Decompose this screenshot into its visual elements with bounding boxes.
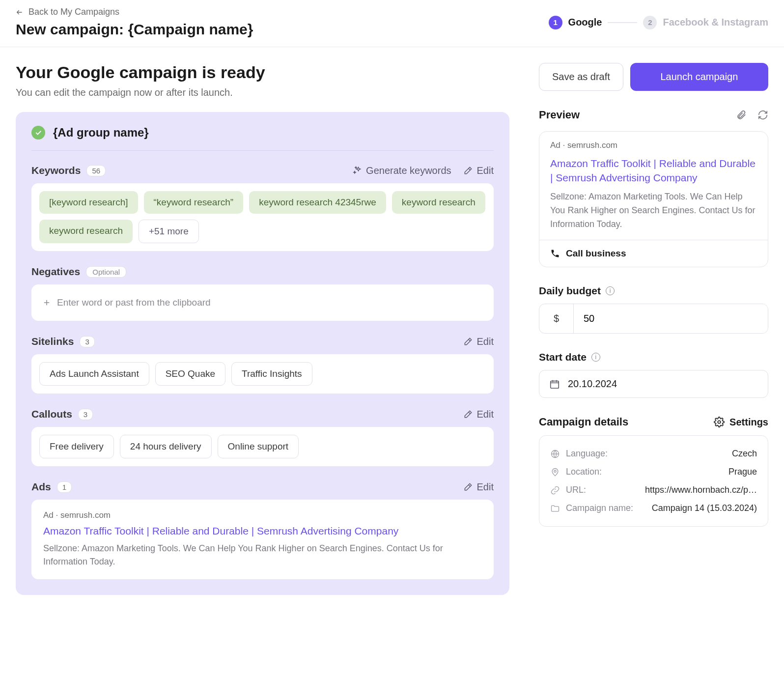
edit-icon	[463, 166, 473, 175]
edit-label: Edit	[477, 165, 494, 176]
budget-input[interactable]	[574, 304, 768, 333]
keywords-title: Keywords	[31, 165, 81, 176]
ad-group-name: {Ad group name}	[53, 126, 149, 140]
keyword-chip[interactable]: keyword research	[392, 191, 485, 214]
call-business-label: Call business	[566, 248, 626, 259]
arrow-left-icon	[16, 8, 24, 16]
callouts-count: 3	[78, 409, 93, 420]
daily-budget-label: Daily budget	[539, 285, 601, 297]
start-date-field[interactable]: 20.10.2024	[539, 370, 768, 398]
save-draft-button[interactable]: Save as draft	[539, 63, 623, 91]
location-value: Prague	[728, 467, 757, 477]
callouts-panel: Free delivery 24 hours delivery Online s…	[31, 427, 494, 466]
ads-count: 1	[57, 481, 72, 493]
optional-pill: Optional	[86, 266, 126, 278]
keyword-chip[interactable]: keyword research	[39, 220, 133, 243]
edit-keywords-button[interactable]: Edit	[463, 165, 494, 176]
sitelink-chip[interactable]: SEO Quake	[155, 362, 225, 386]
campaign-name-value: Campaign 14 (15.03.2024)	[652, 503, 757, 513]
phone-icon	[550, 249, 560, 258]
negatives-placeholder: Enter word or past from the clipboard	[57, 297, 211, 308]
calendar-icon	[549, 379, 560, 390]
negatives-title: Negatives	[31, 266, 80, 278]
svg-point-1	[718, 421, 721, 424]
sitelink-chip[interactable]: Ads Launch Assistant	[39, 362, 149, 386]
keyword-chip[interactable]: “keyword research”	[144, 191, 244, 214]
keyword-chip[interactable]: keyword research 42345rwe	[249, 191, 386, 214]
globe-icon	[550, 449, 560, 459]
back-to-campaigns[interactable]: Back to My Campaigns	[16, 7, 253, 17]
attachment-icon[interactable]	[736, 110, 747, 120]
callouts-title: Callouts	[31, 408, 72, 420]
preview-description: Sellzone: Amazon Marketing Tools. We Can…	[550, 190, 757, 231]
ready-subtitle: You can edit the campaign now or after i…	[16, 87, 509, 98]
refresh-icon[interactable]	[757, 110, 768, 120]
ready-heading: Your Google campaign is ready	[16, 63, 509, 82]
campaign-details-title: Campaign details	[539, 416, 628, 428]
callout-chip[interactable]: Free delivery	[39, 435, 114, 458]
negatives-input[interactable]: Enter word or past from the clipboard	[39, 292, 486, 313]
location-icon	[550, 467, 560, 477]
sitelinks-count: 3	[80, 336, 94, 347]
back-label: Back to My Campaigns	[28, 7, 119, 17]
negatives-panel[interactable]: Enter word or past from the clipboard	[31, 284, 494, 321]
preview-card: Ad · semrush.com Amazon Traffic Toolkit …	[539, 131, 768, 267]
step-separator	[608, 22, 637, 23]
edit-callouts-button[interactable]: Edit	[463, 409, 494, 420]
step-number-1: 1	[549, 16, 562, 29]
edit-label: Edit	[477, 481, 494, 493]
ads-panel: Ad · semrush.com Amazon Traffic Toolkit …	[31, 500, 494, 579]
edit-label: Edit	[477, 336, 494, 347]
edit-ads-button[interactable]: Edit	[463, 481, 494, 493]
keywords-more[interactable]: +51 more	[139, 220, 199, 243]
budget-field[interactable]: $	[539, 304, 768, 334]
preview-url-line: Ad · semrush.com	[550, 141, 757, 150]
folder-icon	[550, 504, 560, 513]
ads-title: Ads	[31, 481, 51, 493]
ad-description: Sellzone: Amazon Marketing Tools. We Can…	[43, 542, 482, 568]
call-business[interactable]: Call business	[539, 240, 768, 267]
language-value: Czech	[732, 449, 757, 459]
edit-sitelinks-button[interactable]: Edit	[463, 336, 494, 347]
stepper: 1 Google 2 Facebook & Instagram	[549, 16, 768, 29]
info-icon[interactable]: i	[591, 353, 600, 362]
gear-icon	[714, 417, 725, 427]
page-title: New campaign: {Campaign name}	[16, 21, 253, 38]
settings-button[interactable]: Settings	[714, 417, 768, 428]
preview-headline[interactable]: Amazon Traffic Toolkit | Reliable and Du…	[550, 156, 757, 185]
sitelink-chip[interactable]: Traffic Insights	[231, 362, 312, 386]
generate-keywords-label: Generate keywords	[366, 165, 451, 176]
start-date-value: 20.10.2024	[568, 378, 617, 390]
callout-chip[interactable]: Online support	[218, 435, 299, 458]
info-icon[interactable]: i	[606, 286, 615, 295]
preview-title: Preview	[539, 109, 580, 121]
step-google[interactable]: 1 Google	[549, 16, 602, 29]
sitelinks-panel: Ads Launch Assistant SEO Quake Traffic I…	[31, 354, 494, 394]
plus-icon	[42, 298, 51, 307]
generate-keywords-button[interactable]: Generate keywords	[352, 165, 451, 176]
language-label: Language:	[566, 449, 608, 459]
ad-headline[interactable]: Amazon Traffic Toolkit | Reliable and Du…	[43, 525, 482, 537]
link-icon	[550, 485, 560, 495]
currency-symbol: $	[539, 304, 574, 333]
step-facebook[interactable]: 2 Facebook & Instagram	[643, 16, 768, 29]
keyword-chip[interactable]: [keyword research]	[39, 191, 138, 214]
campaign-details-card: Language: Czech Location: Prague URL: ht…	[539, 435, 768, 527]
ad-url-line: Ad · semrush.com	[43, 510, 482, 520]
keywords-panel: [keyword research] “keyword research” ke…	[31, 183, 494, 251]
url-value: https://www.hornbach.cz/p…	[645, 485, 757, 495]
edit-icon	[463, 482, 473, 492]
launch-campaign-button[interactable]: Launch campaign	[630, 63, 768, 91]
ad-group-card: {Ad group name} Keywords 56 Generate key…	[16, 112, 509, 595]
sitelinks-title: Sitelinks	[31, 336, 74, 347]
callout-chip[interactable]: 24 hours delivery	[120, 435, 212, 458]
campaign-name-label: Campaign name:	[566, 503, 633, 513]
keywords-count: 56	[86, 165, 106, 176]
svg-point-3	[554, 470, 556, 472]
start-date-label: Start date	[539, 351, 587, 363]
step-number-2: 2	[643, 16, 657, 29]
check-icon	[31, 126, 45, 140]
edit-icon	[463, 337, 473, 346]
magic-wand-icon	[352, 166, 362, 175]
url-label: URL:	[566, 485, 586, 495]
